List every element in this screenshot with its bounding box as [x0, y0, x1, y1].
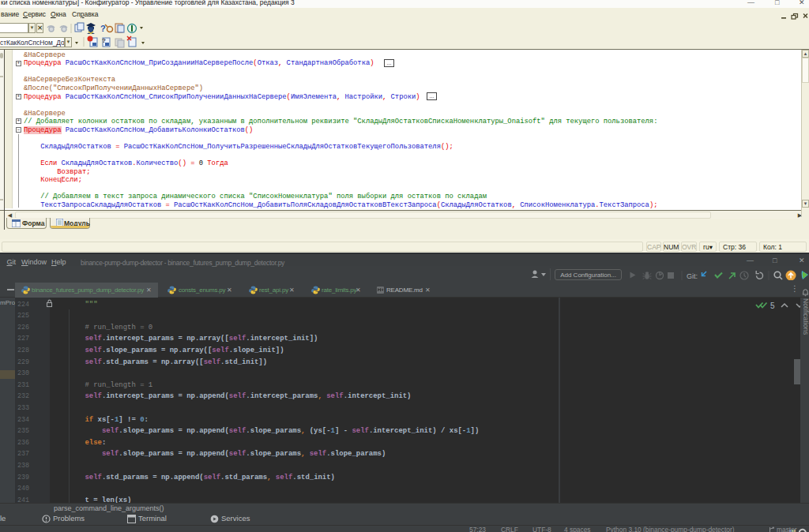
svg-text:Git:: Git:: [687, 272, 698, 280]
svg-text:5: 5: [770, 302, 775, 310]
